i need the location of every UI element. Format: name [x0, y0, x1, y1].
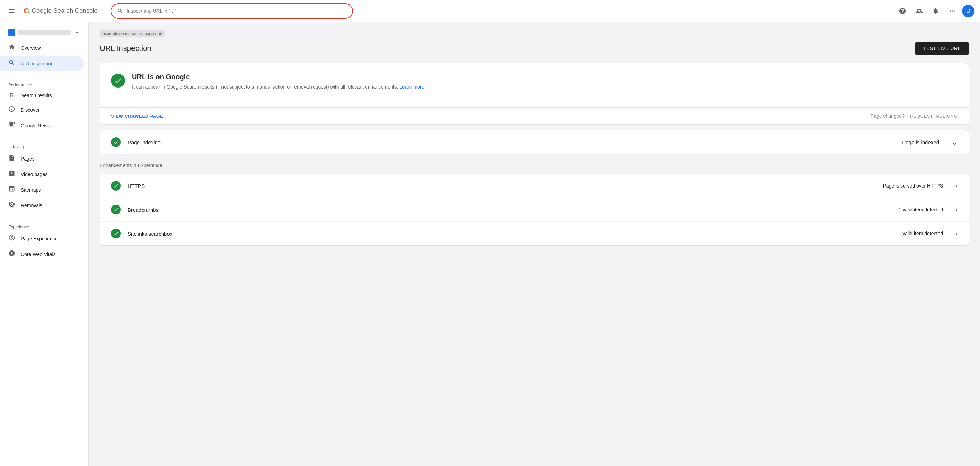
video-icon: [8, 170, 15, 178]
sidebar-item-page-experience[interactable]: Page Experience: [0, 231, 84, 247]
page-indexing-value: Page is indexed: [902, 139, 939, 145]
page-indexing-label: Page indexing: [128, 139, 161, 145]
google-g-icon: G: [8, 92, 15, 99]
breadcrumbs-check-icon: [111, 205, 121, 215]
url-search-input[interactable]: [127, 8, 347, 14]
https-label: HTTPS: [128, 183, 145, 189]
nav-divider-1: [0, 74, 88, 75]
chevron-down-icon: [74, 29, 80, 36]
view-crawled-page-link[interactable]: VIEW CRAWLED PAGE: [111, 113, 163, 119]
nav-divider-3: [0, 216, 88, 216]
removals-icon: [8, 201, 15, 210]
sidebar-item-sitemaps[interactable]: Sitemaps: [0, 182, 84, 197]
sitelinks-label: Sitelinks searchbox: [128, 231, 172, 237]
main-content: example.com › some › page › url URL Insp…: [89, 22, 980, 466]
status-text-block: URL is on Google It can appear in Google…: [132, 73, 424, 91]
sidebar-item-url-inspection[interactable]: URL inspection: [0, 56, 84, 71]
apps-button[interactable]: [945, 4, 959, 18]
page-indexing-row[interactable]: Page indexing Page is indexed ⌄: [100, 130, 969, 154]
status-card: URL is on Google It can appear in Google…: [100, 63, 969, 124]
breadcrumb-text: example.com › some › page › url: [100, 30, 165, 37]
app-logo: G Google Search Console: [24, 6, 100, 16]
enhancement-breadcrumbs-row[interactable]: Breadcrumbs 1 valid item detected ›: [100, 198, 969, 222]
page-changed-section: Page changed? REQUEST INDEXING: [871, 113, 958, 119]
core-web-vitals-icon: [8, 250, 15, 258]
chevron-down-icon: ⌄: [951, 138, 958, 146]
status-description: It can appear in Google Search results (…: [132, 83, 424, 91]
status-check-icon: [111, 74, 125, 87]
card-actions: VIEW CRAWLED PAGE Page changed? REQUEST …: [100, 107, 969, 124]
status-card-body: URL is on Google It can appear in Google…: [100, 63, 969, 107]
search-icon: [117, 8, 123, 14]
enhancement-https-row[interactable]: HTTPS Page is served over HTTPS ›: [100, 174, 969, 198]
sidebar-item-google-news[interactable]: Google News: [0, 118, 84, 133]
google-logo: G: [24, 6, 29, 16]
url-search-container: [111, 3, 353, 19]
page-changed-label: Page changed?: [871, 113, 905, 119]
sitelinks-check-icon: [111, 229, 121, 239]
google-news-label: Google News: [21, 123, 50, 128]
page-header: URL Inspection TEST LIVE URL: [100, 42, 969, 55]
breadcrumbs-label: Breadcrumbs: [128, 207, 159, 213]
learn-more-link[interactable]: Learn more: [400, 84, 425, 90]
overview-label: Overview: [21, 45, 41, 51]
discover-icon: [8, 105, 15, 114]
search-nav-icon: [8, 59, 15, 68]
https-check-icon: [111, 181, 121, 191]
accounts-button[interactable]: [912, 4, 926, 18]
sidebar-item-removals[interactable]: Removals: [0, 197, 84, 213]
sidebar-item-discover[interactable]: Discover: [0, 102, 84, 118]
breadcrumbs-chevron-icon: ›: [955, 206, 958, 213]
performance-section-label: Performance: [0, 77, 88, 89]
page-experience-label: Page Experience: [21, 236, 58, 242]
sitelinks-value: 1 valid item detected: [899, 231, 943, 236]
status-header: URL is on Google It can appear in Google…: [111, 73, 958, 91]
sidebar-item-core-web-vitals[interactable]: Core Web Vitals: [0, 247, 84, 262]
sitelinks-chevron-icon: ›: [955, 230, 958, 237]
topbar: G Google Search Console: [0, 0, 980, 22]
page-title: URL Inspection: [100, 44, 151, 53]
app-name: Google Search Console: [32, 7, 98, 14]
pages-label: Pages: [21, 156, 35, 162]
sidebar-item-video-pages[interactable]: Video pages: [0, 166, 84, 182]
pages-icon: [8, 154, 15, 163]
breadcrumbs-value: 1 valid item detected: [899, 207, 943, 212]
test-live-url-button[interactable]: TEST LIVE URL: [915, 42, 969, 55]
sidebar-item-overview[interactable]: Overview: [0, 40, 84, 56]
home-icon: [8, 44, 15, 52]
page-indexing-card: Page indexing Page is indexed ⌄: [100, 130, 969, 154]
https-chevron-icon: ›: [955, 182, 958, 189]
avatar[interactable]: D: [962, 5, 974, 17]
menu-button[interactable]: [6, 5, 18, 17]
experience-section-label: Experience: [0, 219, 88, 231]
sitemaps-icon: [8, 185, 15, 194]
notifications-button[interactable]: [929, 4, 943, 18]
discover-label: Discover: [21, 107, 40, 113]
property-name: [18, 30, 71, 35]
property-selector[interactable]: [3, 26, 86, 39]
breadcrumb: example.com › some › page › url: [100, 30, 969, 37]
indexing-section-label: Indexing: [0, 139, 88, 151]
status-title: URL is on Google: [132, 73, 424, 81]
enhancements-card: HTTPS Page is served over HTTPS › Breadc…: [100, 174, 969, 246]
nav-divider-2: [0, 136, 88, 136]
sitemaps-label: Sitemaps: [21, 187, 41, 193]
url-inspection-label: URL inspection: [21, 61, 53, 67]
help-button[interactable]: [896, 4, 909, 18]
topbar-actions: D: [896, 4, 974, 18]
sidebar-item-pages[interactable]: Pages: [0, 151, 84, 166]
enhancement-sitelinks-row[interactable]: Sitelinks searchbox 1 valid item detecte…: [100, 222, 969, 245]
removals-label: Removals: [21, 203, 42, 208]
sidebar: Overview URL inspection Performance G Se…: [0, 22, 89, 466]
news-icon: [8, 121, 15, 130]
page-indexing-check-icon: [111, 137, 121, 147]
property-icon: [8, 29, 15, 36]
video-pages-label: Video pages: [21, 172, 48, 177]
https-value: Page is served over HTTPS: [883, 183, 943, 189]
page-experience-icon: [8, 234, 15, 243]
request-indexing-button[interactable]: REQUEST INDEXING: [910, 113, 958, 119]
enhancements-section-label: Enhancements & Experience: [100, 160, 969, 171]
sidebar-item-search-results[interactable]: G Search results: [0, 89, 84, 102]
url-search-bar: [111, 3, 353, 19]
search-results-label: Search results: [21, 93, 52, 98]
